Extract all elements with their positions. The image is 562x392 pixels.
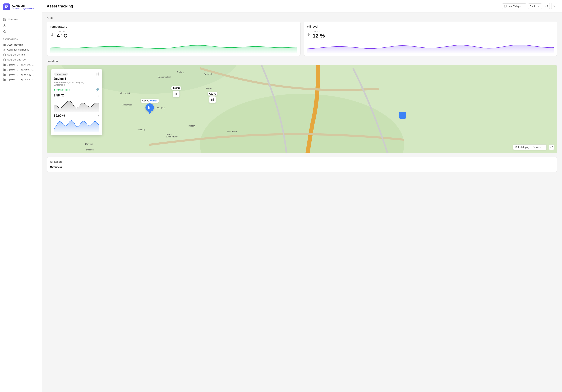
sidebar-item-people[interactable]: z [TEMPLATE] People c... bbox=[0, 77, 42, 82]
svg-rect-57 bbox=[177, 93, 177, 95]
device-temp-chart bbox=[54, 98, 99, 112]
svg-rect-48 bbox=[399, 112, 406, 119]
org-header: ACME Ltd Switch Organization bbox=[0, 0, 42, 14]
kpis-section-label: KPIs bbox=[47, 16, 557, 19]
interval-select[interactable]: 5 min bbox=[528, 3, 542, 9]
sidebar-item-energy[interactable]: z [TEMPLATE] Energy ... bbox=[0, 72, 42, 77]
map-label-bulberg: Bülberg bbox=[177, 71, 184, 73]
map-container[interactable]: 51 11 Bülberg Bachenbülach Embrach Niede… bbox=[47, 65, 557, 153]
fullscreen-button[interactable] bbox=[549, 145, 554, 150]
dash-label-people: z [TEMPLATE] People c... bbox=[7, 78, 35, 81]
temp-arrow: ↓ bbox=[98, 94, 99, 97]
svg-rect-50 bbox=[148, 106, 149, 109]
time-range-value: Last 7 days bbox=[508, 5, 521, 8]
svg-rect-53 bbox=[151, 106, 151, 109]
svg-rect-1 bbox=[6, 6, 7, 6]
sidebar-item-condition-monitoring[interactable]: Condition monitoring bbox=[0, 47, 42, 52]
svg-point-16 bbox=[4, 50, 5, 50]
device-temperature: 2.58 °C ↓ bbox=[54, 94, 99, 97]
select-devices-label: Select displayed Devices bbox=[515, 146, 541, 149]
app-logo bbox=[3, 3, 10, 10]
map-label-kloten: Kloten bbox=[188, 125, 195, 127]
marker-3-icon bbox=[209, 96, 216, 103]
time-range-select[interactable]: Last 7 days bbox=[502, 3, 527, 9]
select-devices-button[interactable]: Select displayed Devices bbox=[513, 145, 547, 150]
status-time: 8 minutes ago bbox=[57, 89, 70, 91]
fill-values: Current 12 % bbox=[313, 30, 325, 39]
map-label-niederhasli: Niederhasli bbox=[122, 104, 132, 106]
svg-rect-29 bbox=[3, 79, 4, 81]
svg-rect-60 bbox=[213, 99, 213, 101]
refresh-button[interactable] bbox=[544, 3, 550, 9]
marker-3[interactable]: 4.39 °C bbox=[208, 92, 217, 103]
sidebar-item-sgs-1st[interactable]: SGS-16, 1st floor bbox=[0, 52, 42, 57]
device-address: Meteostrasse 1, 8154 Oberglatt, Switzerl… bbox=[54, 81, 94, 86]
svg-rect-24 bbox=[5, 69, 6, 71]
dash-label-asset-tracking: Asset Tracking bbox=[7, 44, 23, 46]
sidebar-item-asset-tr[interactable]: z [TEMPLATE] Asset Tr... bbox=[0, 67, 42, 72]
dash-label-energy: z [TEMPLATE] Energy ... bbox=[7, 73, 34, 76]
svg-rect-0 bbox=[5, 6, 6, 7]
temperature-value-row: 🌡 Last 24h 4 °C bbox=[50, 30, 297, 39]
fill-level-kpi-card: Fill level ♛ Current 12 % bbox=[304, 22, 557, 56]
svg-rect-13 bbox=[4, 44, 4, 46]
sidebar-item-sgs-2nd[interactable]: SGS-16, 2nd floor bbox=[0, 57, 42, 62]
svg-rect-2 bbox=[7, 6, 8, 7]
svg-rect-7 bbox=[3, 20, 4, 21]
svg-rect-14 bbox=[5, 44, 5, 46]
main-content: Asset tracking Last 7 days 5 min KPIs bbox=[42, 0, 562, 392]
content-area: KPIs Temperature 🌡 Last 24h 4 °C bbox=[42, 12, 562, 392]
svg-rect-20 bbox=[5, 64, 6, 66]
main-marker[interactable]: 4.74 °C ⇆ Track bbox=[141, 99, 159, 114]
temperature-value: 4 °C bbox=[57, 33, 67, 39]
overview-label: Overview bbox=[50, 166, 554, 169]
all-assets-label: All assets bbox=[50, 160, 554, 163]
fill-period: Current bbox=[313, 30, 325, 33]
svg-rect-28 bbox=[5, 74, 6, 76]
svg-rect-62 bbox=[96, 73, 97, 76]
fill-level-title: Fill level bbox=[307, 25, 554, 28]
add-dashboard-button[interactable]: + bbox=[37, 38, 39, 41]
sidebar-nav: Overview DASHBOARDS + Asset Tracking Con… bbox=[0, 14, 42, 84]
map-label-embrach: Embrach bbox=[204, 73, 212, 75]
svg-rect-22 bbox=[4, 69, 4, 71]
map-label-bassersdorf: Bassersdorf bbox=[227, 130, 238, 133]
map-label-dallikon: Dällikon bbox=[86, 149, 94, 151]
svg-rect-39 bbox=[47, 65, 557, 153]
svg-rect-17 bbox=[3, 64, 4, 66]
sidebar-item-air-quality[interactable]: z [TEMPLATE] Air quali... bbox=[0, 62, 42, 67]
dash-label-sgs-1st: SGS-16, 1st floor bbox=[7, 53, 26, 56]
marker-2-tooltip: 8.59 °C bbox=[171, 86, 181, 90]
svg-rect-31 bbox=[5, 79, 5, 81]
location-section-label: Location bbox=[47, 60, 557, 63]
svg-line-67 bbox=[550, 147, 551, 148]
device-name: Device 1 bbox=[54, 77, 94, 81]
overview-label: Overview bbox=[8, 18, 18, 21]
org-name: ACME Ltd bbox=[12, 4, 34, 7]
fill-value: 12 % bbox=[313, 33, 325, 39]
marker-2[interactable]: 8.59 °C bbox=[171, 86, 181, 97]
temperature-period: Last 24h bbox=[57, 30, 67, 33]
sidebar-item-overview[interactable]: Overview bbox=[0, 16, 42, 23]
svg-rect-58 bbox=[211, 99, 212, 101]
switch-org-button[interactable]: Switch Organization bbox=[12, 7, 34, 10]
main-marker-temp: 4.74 °C bbox=[142, 100, 149, 102]
svg-rect-12 bbox=[3, 44, 4, 46]
svg-rect-5 bbox=[3, 18, 4, 19]
close-button[interactable] bbox=[551, 3, 557, 9]
marker-blue-icon bbox=[145, 103, 154, 112]
sidebar-item-help[interactable] bbox=[0, 29, 42, 35]
svg-rect-8 bbox=[5, 20, 6, 21]
sidebar-item-users[interactable] bbox=[0, 23, 42, 29]
marker-tail bbox=[148, 112, 151, 114]
thermometer-icon: 🌡 bbox=[50, 32, 55, 37]
fill-icon: ♛ bbox=[307, 32, 310, 37]
sidebar-item-asset-tracking[interactable]: Asset Tracking bbox=[0, 42, 42, 47]
dashboards-label: DASHBOARDS bbox=[3, 38, 18, 40]
all-assets-section: All assets Overview bbox=[47, 157, 557, 172]
page-title: Asset tracking bbox=[47, 4, 73, 8]
dashboards-header: DASHBOARDS + bbox=[0, 36, 42, 42]
svg-rect-26 bbox=[4, 74, 4, 76]
svg-rect-33 bbox=[504, 5, 506, 7]
dash-label-sgs-2nd: SGS-16, 2nd floor bbox=[7, 58, 26, 61]
